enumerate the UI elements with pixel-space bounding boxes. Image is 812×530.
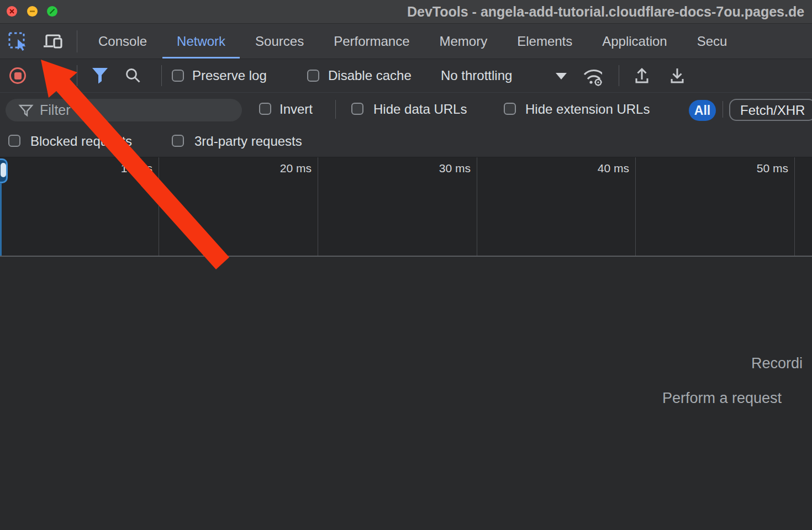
toolbar-separator [77,65,77,86]
close-icon [7,6,17,17]
timeline-tick: 10 ms [0,162,152,175]
empty-state-recording-text: Recordi [751,355,803,372]
timeline-gridline [159,157,159,256]
filter-type-fetch-xhr-button[interactable]: Fetch/XHR [729,99,812,121]
filter-input[interactable]: Filter [6,99,242,121]
device-toolbar-icon [42,32,63,51]
tab-console[interactable]: Console [84,24,161,59]
filter-separator [723,101,723,118]
toggle-device-toolbar-button[interactable] [42,31,63,52]
hide-data-urls-label: Hide data URLs [373,93,467,126]
third-party-requests-checkbox[interactable] [172,135,184,147]
minimize-window-button[interactable] [27,6,38,17]
minimize-icon [27,6,38,17]
filter-toggle-button[interactable] [89,65,110,86]
import-har-button[interactable] [631,65,652,86]
panel-tabs: Console Network Sources Performance Memo… [84,24,741,59]
chevron-down-icon[interactable] [556,73,567,80]
preserve-log-label: Preserve log [192,59,267,92]
tab-sources[interactable]: Sources [241,24,318,59]
hide-extension-urls-label: Hide extension URLs [525,93,650,126]
disable-cache-label: Disable cache [328,59,412,92]
hide-extension-urls-checkbox[interactable] [504,103,516,115]
record-stop-icon [14,72,22,80]
export-har-button[interactable] [667,65,688,86]
tab-elements[interactable]: Elements [503,24,587,59]
timeline-tick: 20 ms [159,162,312,175]
timeline-gridline [635,157,636,256]
timeline-selection-edge [0,183,2,256]
devtools-tabbar: Console Network Sources Performance Memo… [0,24,812,59]
tab-performance[interactable]: Performance [319,24,424,59]
filter-separator [335,100,336,119]
inspect-element-button[interactable] [8,31,29,52]
upload-icon [632,66,652,85]
wifi-gear-icon [581,65,602,87]
zoom-window-button[interactable] [47,6,57,17]
third-party-requests-label: 3rd-party requests [194,125,302,157]
timeline-drag-grip [1,163,6,177]
tab-memory[interactable]: Memory [425,24,502,59]
tabbar-separator [77,30,77,52]
search-icon [124,67,142,84]
clear-network-log-button[interactable] [45,68,60,83]
devtools-window: DevTools - angela-add-tutorial.cloudflar… [0,0,812,530]
preserve-log-checkbox[interactable] [172,70,184,82]
timeline-tick: 40 ms [477,162,629,175]
zoom-icon [47,6,57,17]
requests-empty-panel: Recordi Perform a request [0,257,812,530]
filter-type-all-button[interactable]: All [689,100,716,121]
download-icon [667,66,687,85]
timeline-tick: 30 ms [318,162,471,175]
timeline-tick: 50 ms [636,162,788,175]
window-title: DevTools - angela-add-tutorial.cloudflar… [407,0,804,23]
timeline-gridline [794,157,795,256]
funnel-icon [91,66,109,85]
record-network-log-button[interactable] [9,67,26,84]
timeline-drag-handle[interactable] [0,158,8,183]
network-overview-timeline[interactable]: 10 ms 20 ms 30 ms 40 ms 50 ms [0,157,812,257]
tab-security[interactable]: Secu [683,24,742,59]
tab-application[interactable]: Application [588,24,681,59]
titlebar: DevTools - angela-add-tutorial.cloudflar… [0,0,812,24]
inspect-cursor-icon [8,32,28,51]
toolbar-separator [619,65,619,86]
tab-network[interactable]: Network [162,24,240,59]
request-filter-bar: Blocked requests 3rd-party requests [0,125,812,157]
blocked-requests-label: Blocked requests [30,125,132,157]
empty-state-hint-text: Perform a request [662,390,782,407]
close-window-button[interactable] [7,6,17,17]
network-toolbar: Preserve log Disable cache No throttling [0,59,812,93]
timeline-gridline [318,157,318,256]
search-button[interactable] [123,65,144,86]
timeline-gridline [477,157,477,256]
disable-cache-checkbox[interactable] [307,70,319,82]
filter-placeholder: Filter [40,99,71,121]
blocked-requests-checkbox[interactable] [8,135,20,147]
hide-data-urls-checkbox[interactable] [351,103,363,115]
toolbar-separator [161,65,162,86]
funnel-outline-icon [18,103,34,119]
invert-checkbox[interactable] [259,103,271,115]
filter-bar: Filter Invert Hide data URLs Hide extens… [0,93,812,125]
network-conditions-button[interactable] [581,65,602,86]
throttling-select[interactable]: No throttling [441,59,512,92]
invert-label: Invert [280,93,313,126]
